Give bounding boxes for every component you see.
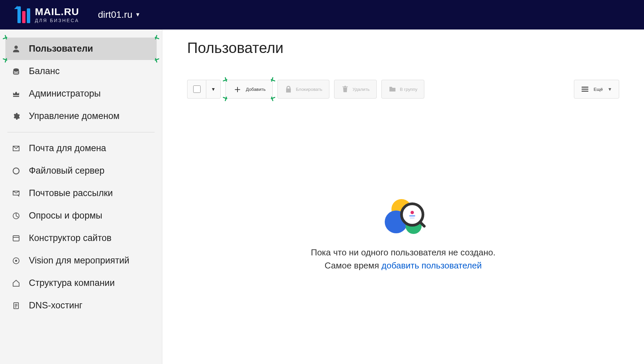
sidebar-item-label: Файловый сервер bbox=[29, 166, 105, 176]
empty-state: Пока что ни одного пользователя не созда… bbox=[187, 199, 619, 272]
logo-line2: ДЛЯ БИЗНЕСА bbox=[35, 18, 79, 23]
sidebar-item-label: Пользователи bbox=[29, 44, 93, 54]
balance-icon bbox=[12, 67, 21, 75]
polls-icon bbox=[12, 212, 21, 220]
body: Пользователи Баланс Администраторы bbox=[0, 29, 644, 364]
sidebar-divider bbox=[7, 132, 155, 132]
main-content: Пользователи ▼ ＋ Добавить bbox=[162, 29, 644, 364]
sidebar-item-dns[interactable]: DNS-хостинг bbox=[5, 294, 157, 317]
select-all-input[interactable] bbox=[193, 85, 201, 93]
chevron-down-icon: ▼ bbox=[135, 12, 141, 18]
sidebar-item-label: Администраторы bbox=[29, 88, 101, 99]
logo-line1: MAIL.RU bbox=[35, 7, 79, 17]
svg-point-1 bbox=[13, 168, 19, 174]
sidebar-item-label: Опросы и формы bbox=[29, 210, 102, 221]
sitebuilder-icon bbox=[12, 234, 21, 242]
sidebar-item-admins[interactable]: Администраторы bbox=[5, 82, 157, 105]
sidebar-item-polls[interactable]: Опросы и формы bbox=[5, 204, 157, 227]
add-button[interactable]: ＋ Добавить bbox=[225, 80, 273, 99]
empty-line1: Пока что ни одного пользователя не созда… bbox=[187, 246, 619, 259]
search-icon bbox=[400, 202, 424, 227]
mail-icon bbox=[12, 144, 21, 153]
sidebar-item-users[interactable]: Пользователи bbox=[5, 38, 157, 60]
logo-text: MAIL.RU ДЛЯ БИЗНЕСА bbox=[35, 7, 79, 23]
svg-point-5 bbox=[15, 260, 17, 262]
more-button-label: Ещё bbox=[594, 87, 603, 92]
sidebar-item-label: Структура компании bbox=[29, 278, 115, 288]
plus-icon: ＋ bbox=[232, 84, 243, 94]
empty-line2-prefix: Самое время bbox=[325, 260, 381, 270]
domain-settings-icon bbox=[12, 112, 21, 120]
sidebar-item-label: Конструктор сайтов bbox=[29, 233, 111, 243]
fileserver-icon bbox=[12, 167, 21, 175]
sidebar-item-sitebuilder[interactable]: Конструктор сайтов bbox=[5, 227, 157, 249]
page-title: Пользователи bbox=[187, 40, 619, 56]
delete-button-label: Удалить bbox=[353, 87, 370, 92]
admins-icon bbox=[12, 90, 21, 98]
sidebar-item-vision[interactable]: Vision для мероприятий bbox=[5, 249, 157, 272]
add-users-link[interactable]: добавить пользователей bbox=[381, 260, 482, 270]
dns-hosting-icon bbox=[12, 302, 21, 310]
sidebar-item-label: Управление доменом bbox=[29, 111, 119, 121]
folder-icon bbox=[388, 85, 396, 93]
company-structure-icon bbox=[12, 279, 21, 287]
sidebar-item-label: DNS-хостинг bbox=[29, 300, 83, 311]
mailings-icon bbox=[12, 189, 21, 197]
domain-name: dirt01.ru bbox=[98, 9, 132, 20]
sidebar-item-label: Почтовые рассылки bbox=[29, 188, 113, 198]
toolbar: ▼ ＋ Добавить Блокировать bbox=[187, 80, 619, 99]
sidebar-item-domain-mail[interactable]: Почта для домена bbox=[5, 137, 157, 160]
block-button-label: Блокировать bbox=[296, 87, 322, 92]
empty-state-illustration bbox=[381, 199, 425, 236]
empty-state-text: Пока что ни одного пользователя не созда… bbox=[187, 246, 619, 272]
chevron-down-icon: ▼ bbox=[607, 86, 612, 92]
select-all-group: ▼ bbox=[187, 80, 221, 99]
sidebar-item-fileserver[interactable]: Файловый сервер bbox=[5, 160, 157, 182]
app-root: MAIL.RU ДЛЯ БИЗНЕСА dirt01.ru ▼ Пользова… bbox=[0, 0, 644, 364]
sidebar-item-label: Баланс bbox=[29, 66, 60, 76]
sidebar-item-mailings[interactable]: Почтовые рассылки bbox=[5, 182, 157, 204]
logo[interactable]: MAIL.RU ДЛЯ БИЗНЕСА bbox=[17, 6, 79, 23]
add-button-label: Добавить bbox=[246, 87, 266, 92]
more-button[interactable]: Ещё ▼ bbox=[574, 80, 619, 99]
block-button[interactable]: Блокировать bbox=[277, 80, 329, 99]
to-group-button-label: В группу bbox=[400, 87, 417, 92]
to-group-button[interactable]: В группу bbox=[381, 80, 424, 99]
vision-icon bbox=[12, 257, 21, 265]
domain-selector[interactable]: dirt01.ru ▼ bbox=[98, 9, 141, 20]
user-icon bbox=[12, 45, 21, 53]
delete-button[interactable]: Удалить bbox=[334, 80, 377, 99]
select-all-dropdown[interactable]: ▼ bbox=[206, 80, 221, 99]
select-all-checkbox[interactable] bbox=[187, 80, 206, 99]
chevron-down-icon: ▼ bbox=[211, 86, 216, 92]
svg-rect-3 bbox=[13, 236, 19, 241]
menu-icon bbox=[581, 85, 589, 93]
sidebar-item-structure[interactable]: Структура компании bbox=[5, 272, 157, 294]
sidebar-item-domain-settings[interactable]: Управление доменом bbox=[5, 105, 157, 127]
logo-mark-icon bbox=[17, 6, 30, 23]
header: MAIL.RU ДЛЯ БИЗНЕСА dirt01.ru ▼ bbox=[0, 0, 644, 29]
sidebar-item-balance[interactable]: Баланс bbox=[5, 60, 157, 82]
sidebar-item-label: Vision для мероприятий bbox=[29, 255, 129, 266]
sidebar: Пользователи Баланс Администраторы bbox=[0, 29, 162, 364]
trash-icon bbox=[341, 85, 349, 93]
lock-icon bbox=[284, 85, 292, 93]
sidebar-item-label: Почта для домена bbox=[29, 143, 106, 154]
